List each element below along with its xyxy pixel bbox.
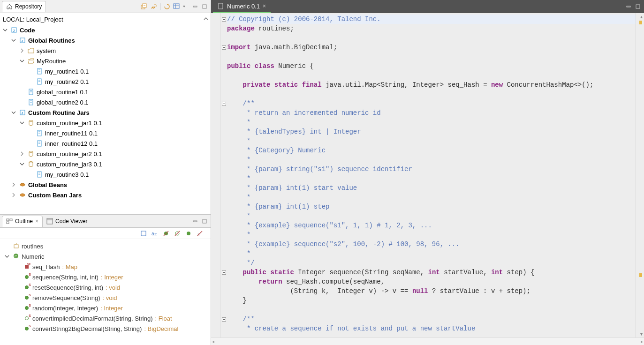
code-line[interactable] xyxy=(227,305,636,315)
tree-item[interactable]: Custom Bean Jars xyxy=(2,190,209,200)
code-line[interactable]: public static Integer sequence(String se… xyxy=(227,268,636,277)
tree-item[interactable]: JCode xyxy=(2,25,209,35)
tree-item[interactable]: global_routine1 0.1 xyxy=(2,87,209,97)
tree-item[interactable]: custom_routine_jar1 0.1 xyxy=(2,118,209,128)
code-line[interactable]: * xyxy=(227,174,636,183)
tree-item[interactable]: JCustom Routine Jars xyxy=(2,107,209,118)
code-line[interactable]: * {example} sequence("s1", 1, 1) # 1, 2,… xyxy=(227,221,636,230)
hide-nonpublic-icon[interactable] xyxy=(184,229,193,238)
caret-icon[interactable] xyxy=(19,150,25,157)
caret-icon[interactable] xyxy=(19,120,25,126)
code-line[interactable]: * {Category} Numeric xyxy=(227,146,636,155)
code-line[interactable]: return seq_Hash.compute(seqName, xyxy=(227,277,636,286)
code-line[interactable]: * xyxy=(227,155,636,165)
fold-marker[interactable] xyxy=(220,43,227,52)
outline-item[interactable]: routines xyxy=(1,241,210,251)
caret-icon[interactable] xyxy=(10,192,17,198)
outline-tab[interactable]: Outline × xyxy=(2,216,43,227)
scroll-up-icon[interactable] xyxy=(203,16,209,23)
close-icon[interactable]: × xyxy=(263,3,266,9)
outline-item[interactable]: SFseq_Hash : Map xyxy=(1,262,210,272)
caret-icon[interactable] xyxy=(19,161,25,167)
outline-item[interactable]: SconvertString2BigDecimal(String, String… xyxy=(1,323,210,334)
code-line[interactable]: */ xyxy=(227,258,636,268)
code-line[interactable] xyxy=(227,52,636,61)
code-line[interactable]: * xyxy=(227,249,636,258)
codeviewer-tab[interactable]: Code Viewer xyxy=(43,216,91,227)
caret-icon[interactable] xyxy=(4,253,10,260)
code-line[interactable]: /** xyxy=(227,99,636,108)
tree-item[interactable]: system xyxy=(2,45,209,56)
fold-marker[interactable] xyxy=(220,15,227,24)
hide-fields-icon[interactable] xyxy=(162,229,170,238)
caret-icon[interactable] xyxy=(27,68,34,75)
code-line[interactable]: * xyxy=(227,136,636,146)
code-line[interactable]: * return an incremented numeric id xyxy=(227,108,636,118)
code-line[interactable] xyxy=(227,71,636,80)
tree-item[interactable]: MyRoutine xyxy=(2,56,209,66)
code-line[interactable]: * {example} sequence("s2", 100, -2) # 10… xyxy=(227,240,636,249)
tree-item[interactable]: inner_routine12 0.1 xyxy=(2,138,209,149)
caret-icon[interactable] xyxy=(10,37,17,44)
hide-local-icon[interactable]: ʟ xyxy=(196,229,204,238)
code-line[interactable]: /** xyxy=(227,315,636,324)
maximize-icon[interactable] xyxy=(200,2,209,11)
filter-icon[interactable] xyxy=(172,2,181,11)
horizontal-scrollbar[interactable]: ◂ ▸ xyxy=(211,338,644,345)
outline-item[interactable]: SconvertImpliedDecimalFormat(String, Str… xyxy=(1,313,210,323)
close-icon[interactable]: × xyxy=(35,218,38,225)
collapse-all-icon[interactable] xyxy=(140,2,148,11)
overview-ruler[interactable]: ▴ ▾ xyxy=(636,13,644,338)
minimize-icon[interactable] xyxy=(191,2,199,11)
scroll-up-icon[interactable]: ▴ xyxy=(640,14,643,19)
editor-tab[interactable]: Numeric 0.1 × xyxy=(213,0,271,13)
code-line[interactable]: * xyxy=(227,230,636,240)
outline-content[interactable]: routinesCNumericSFseq_Hash : MapSsequenc… xyxy=(0,239,211,345)
caret-icon[interactable] xyxy=(19,99,25,105)
repository-tab[interactable]: Repository xyxy=(2,1,46,12)
code-line[interactable]: * {talendTypes} int | Integer xyxy=(227,127,636,136)
code-line[interactable]: private static final java.util.Map<Strin… xyxy=(227,80,636,90)
fold-marker[interactable] xyxy=(220,315,227,324)
tree-item[interactable]: my_routine1 0.1 xyxy=(2,66,209,76)
code-line[interactable]: * xyxy=(227,193,636,202)
outline-item[interactable]: SremoveSequence(String) : void xyxy=(1,292,210,303)
minimize-icon[interactable] xyxy=(624,2,633,11)
tree-item[interactable]: custom_routine_jar3 0.1 xyxy=(2,159,209,169)
code-line[interactable]: (String k, Integer v) -> v == null ? sta… xyxy=(227,286,636,296)
scroll-down-icon[interactable]: ▾ xyxy=(640,331,643,337)
fold-marker[interactable] xyxy=(220,268,227,277)
tree-item[interactable]: my_routine2 0.1 xyxy=(2,76,209,87)
minimize-icon[interactable] xyxy=(191,217,199,225)
repository-tree[interactable]: LOCAL: Local_Project JCodeJGlobal Routin… xyxy=(0,13,211,215)
tree-item[interactable]: JGlobal Routines xyxy=(2,35,209,45)
maximize-icon[interactable] xyxy=(200,217,209,225)
caret-icon[interactable] xyxy=(19,47,25,54)
caret-icon[interactable] xyxy=(19,58,25,64)
tree-item[interactable]: Global Beans xyxy=(2,180,209,190)
code-line[interactable]: * {param} int(1) step xyxy=(227,202,636,211)
sort-icon[interactable]: aᴢ xyxy=(151,229,159,238)
code-editor[interactable]: // Copyright (c) 2006-2014, Talend Inc.p… xyxy=(211,13,644,338)
outline-item[interactable]: CNumeric xyxy=(1,251,210,262)
code-line[interactable]: // Copyright (c) 2006-2014, Talend Inc. xyxy=(227,15,636,24)
link-icon[interactable] xyxy=(149,2,158,11)
maximize-icon[interactable] xyxy=(634,2,642,11)
tree-item[interactable]: custom_routine_jar2 0.1 xyxy=(2,149,209,159)
caret-icon[interactable] xyxy=(27,78,34,85)
code-line[interactable]: } xyxy=(227,296,636,305)
caret-icon[interactable] xyxy=(2,27,8,33)
code-line[interactable]: package routines; xyxy=(227,24,636,33)
code-line[interactable]: * {param} string("s1") sequence identifi… xyxy=(227,165,636,174)
scroll-right-icon[interactable]: ▸ xyxy=(641,339,643,344)
caret-icon[interactable] xyxy=(27,171,34,178)
view-menu-icon[interactable] xyxy=(182,2,190,11)
tree-item[interactable]: inner_routine11 0.1 xyxy=(2,128,209,138)
code-line[interactable]: import java.math.BigDecimal; xyxy=(227,43,636,52)
outline-item[interactable]: SresetSequence(String, int) : void xyxy=(1,282,210,292)
caret-icon[interactable] xyxy=(10,109,17,116)
refresh-icon[interactable] xyxy=(163,2,171,11)
code-content[interactable]: // Copyright (c) 2006-2014, Talend Inc.p… xyxy=(227,13,636,338)
code-line[interactable]: * xyxy=(227,211,636,221)
caret-icon[interactable] xyxy=(10,181,17,188)
